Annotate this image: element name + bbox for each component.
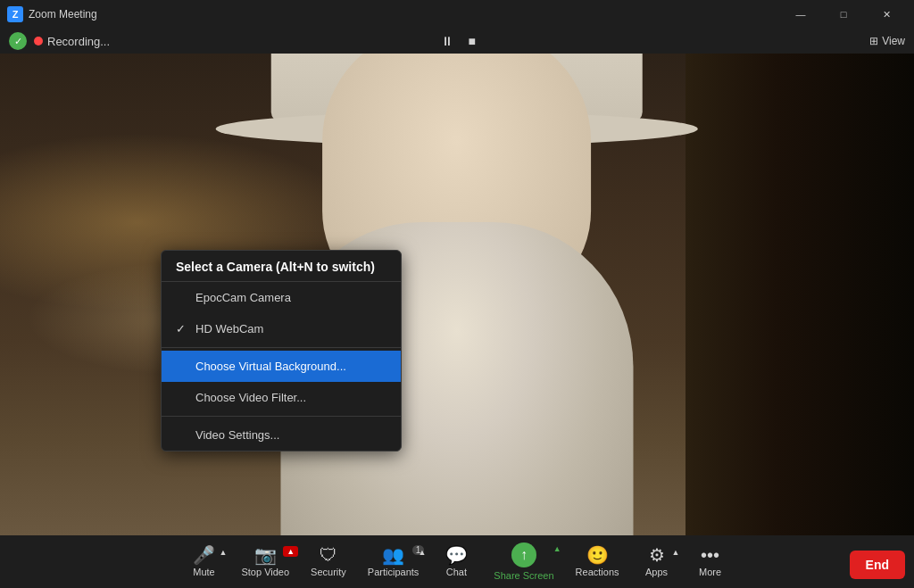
- share-screen-button[interactable]: ↑ Share Screen ▲: [483, 537, 564, 586]
- more-label: More: [699, 567, 721, 577]
- virtual-bg-label: Choose Virtual Background...: [195, 360, 346, 373]
- stop-video-button[interactable]: 📷 Stop Video ▲: [230, 541, 300, 583]
- participants-button[interactable]: 👥 Participants 1 ▲: [357, 541, 429, 583]
- titlebar: Z Zoom Meeting — □ ✕: [0, 0, 914, 29]
- apps-label: Apps: [645, 567, 668, 577]
- chat-button[interactable]: 💬 Chat: [429, 541, 483, 583]
- check-icon-filter: [176, 391, 190, 404]
- microphone-icon: 🎤: [193, 546, 215, 564]
- mute-button[interactable]: 🎤 Mute ▲: [177, 541, 230, 583]
- toolbar: 🎤 Mute ▲ 📷 Stop Video ▲ 🛡 Security 👥 Par…: [0, 535, 914, 588]
- check-icon: [176, 291, 190, 304]
- menu-item-hdwebcam[interactable]: ✓ HD WebCam: [162, 313, 401, 344]
- more-icon: •••: [701, 546, 719, 564]
- chat-icon: 💬: [445, 546, 468, 564]
- hdwebcam-label: HD WebCam: [195, 322, 263, 335]
- security-button[interactable]: 🛡 Security: [300, 541, 357, 583]
- epoccam-label: EpocCam Camera: [195, 291, 291, 304]
- mute-label: Mute: [193, 567, 214, 577]
- share-screen-label: Share Screen: [494, 570, 553, 581]
- maximize-button[interactable]: □: [823, 0, 864, 29]
- participants-label: Participants: [368, 567, 419, 577]
- camera-context-menu: Select a Camera (Alt+N to switch) EpocCa…: [161, 250, 402, 451]
- video-background: Select a Camera (Alt+N to switch) EpocCa…: [0, 54, 914, 535]
- chat-label: Chat: [446, 567, 467, 577]
- video-chevron-highlight[interactable]: ▲: [283, 546, 298, 557]
- video-area: Select a Camera (Alt+N to switch) EpocCa…: [0, 54, 914, 535]
- recording-bar: ✓ Recording... ⏸ ■ ⊞ View: [0, 29, 914, 54]
- pause-recording-button[interactable]: ⏸: [436, 32, 458, 50]
- security-badge: ✓: [9, 32, 27, 50]
- mute-chevron-icon: ▲: [220, 548, 228, 557]
- minimize-button[interactable]: —: [780, 0, 821, 29]
- menu-item-epoccam[interactable]: EpocCam Camera: [162, 282, 401, 313]
- participants-icon: 👥: [382, 546, 404, 564]
- stop-video-label: Stop Video: [241, 567, 289, 577]
- video-filter-label: Choose Video Filter...: [195, 391, 306, 404]
- menu-item-virtual-bg[interactable]: Choose Virtual Background...: [162, 351, 401, 382]
- stop-recording-button[interactable]: ■: [463, 32, 479, 50]
- recording-controls: ⏸ ■: [436, 32, 479, 50]
- menu-item-video-settings[interactable]: Video Settings...: [162, 419, 401, 451]
- security-label: Security: [311, 567, 346, 577]
- menu-divider: [162, 347, 401, 348]
- reactions-icon: 🙂: [586, 546, 609, 564]
- view-button[interactable]: ⊞ View: [869, 35, 905, 47]
- video-settings-label: Video Settings...: [195, 428, 279, 442]
- window-controls: — □ ✕: [780, 0, 907, 29]
- share-screen-icon: ↑: [511, 542, 536, 567]
- share-screen-chevron-icon: ▲: [553, 544, 561, 553]
- close-button[interactable]: ✕: [866, 0, 907, 29]
- app-title: Zoom Meeting: [29, 8, 780, 21]
- grid-icon: ⊞: [869, 35, 878, 47]
- end-button[interactable]: End: [850, 551, 905, 579]
- check-icon-settings: [176, 428, 190, 442]
- view-label: View: [882, 35, 905, 47]
- recording-dot: [34, 37, 43, 46]
- apps-button[interactable]: ⚙ Apps ▲: [630, 541, 684, 583]
- shield-icon: 🛡: [320, 546, 337, 564]
- reactions-label: Reactions: [576, 567, 619, 577]
- check-icon-vbg: [176, 360, 190, 373]
- app-icon: Z: [7, 6, 23, 22]
- check-icon-active: ✓: [176, 322, 190, 335]
- reactions-button[interactable]: 🙂 Reactions: [565, 541, 630, 583]
- menu-header: Select a Camera (Alt+N to switch): [162, 251, 401, 282]
- apps-icon: ⚙: [649, 546, 665, 564]
- participants-chevron-icon: ▲: [418, 548, 426, 557]
- menu-divider-2: [162, 416, 401, 417]
- more-button[interactable]: ••• More: [684, 541, 737, 583]
- menu-item-video-filter[interactable]: Choose Video Filter...: [162, 382, 401, 413]
- apps-chevron-icon: ▲: [672, 548, 680, 557]
- video-camera-icon: 📷: [254, 546, 277, 564]
- recording-text: Recording...: [47, 35, 436, 48]
